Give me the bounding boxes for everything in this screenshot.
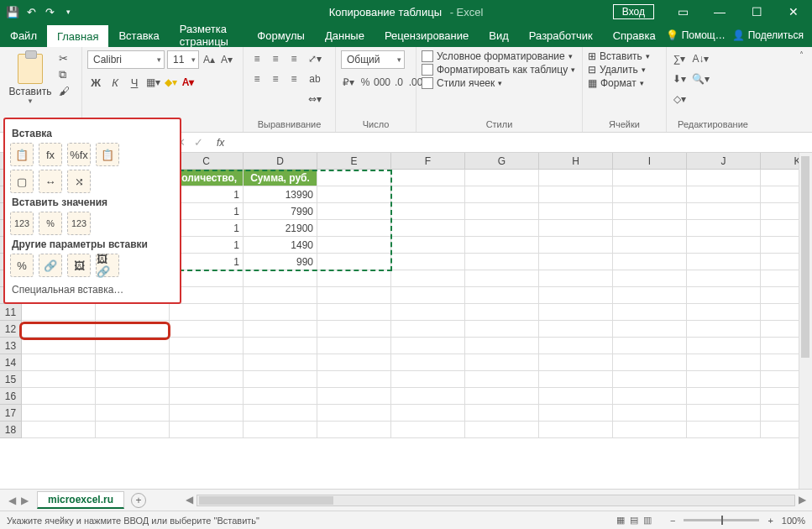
ribbon-display-icon[interactable]: ▭ [664,0,701,24]
minimize-icon[interactable]: — [701,0,738,24]
tab-formulas[interactable]: Формулы [247,24,315,47]
cell[interactable]: 21900 [244,220,317,237]
row-header[interactable]: 12 [0,321,22,338]
currency-icon[interactable]: ₽▾ [341,74,356,91]
cell[interactable] [687,422,761,438]
align-top-icon[interactable]: ≡ [249,50,265,67]
cell[interactable]: Сумма, руб. [244,170,317,186]
cell[interactable] [465,354,539,371]
close-icon[interactable]: ✕ [775,0,812,24]
cell[interactable] [317,354,391,371]
cell[interactable]: 7990 [244,203,317,220]
cell[interactable] [170,338,244,354]
font-size-select[interactable]: 11 [167,50,199,69]
cell[interactable] [539,304,613,321]
enter-formula-icon[interactable]: ✓ [194,136,203,149]
column-header[interactable]: H [539,153,613,170]
merge-icon[interactable]: ⇔▾ [307,91,322,107]
cell[interactable] [613,170,687,186]
italic-icon[interactable]: К [107,74,123,91]
percent-icon[interactable]: % [358,74,373,91]
align-left-icon[interactable]: ≡ [249,71,265,87]
maximize-icon[interactable]: ☐ [738,0,775,24]
page-break-icon[interactable]: ▥ [643,515,652,526]
cell[interactable] [539,203,613,220]
hscroll-thumb[interactable] [199,496,333,505]
cell[interactable] [687,405,761,422]
cell[interactable] [170,304,244,321]
cell[interactable] [96,371,170,388]
cell[interactable] [465,287,539,304]
cell[interactable] [465,237,539,254]
cell[interactable] [96,354,170,371]
normal-view-icon[interactable]: ▦ [616,515,625,526]
cell[interactable] [391,254,465,270]
cell[interactable] [244,405,317,422]
cell[interactable] [391,388,465,405]
row-header[interactable]: 13 [0,338,22,354]
copy-icon[interactable]: ⧉ [59,68,70,81]
tab-file[interactable]: Файл [0,24,47,47]
cell[interactable] [170,422,244,438]
column-header[interactable]: F [391,153,465,170]
cell[interactable] [317,321,391,338]
cell[interactable] [96,338,170,354]
conditional-formatting-button[interactable]: Условное форматирование▾ [422,50,577,62]
paste-formatting-icon[interactable]: % [10,254,34,277]
cell[interactable] [539,170,613,186]
column-header[interactable]: I [613,153,687,170]
cell[interactable] [687,304,761,321]
row-header[interactable]: 16 [0,388,22,405]
cell[interactable] [170,371,244,388]
column-header[interactable]: D [244,153,317,170]
cell[interactable] [613,220,687,237]
align-right-icon[interactable]: ≡ [286,71,302,87]
cell[interactable] [687,203,761,220]
cell[interactable] [465,270,539,287]
cell[interactable] [613,422,687,438]
cell[interactable] [687,321,761,338]
tab-insert[interactable]: Вставка [108,24,169,47]
cell[interactable] [613,338,687,354]
cell[interactable] [539,388,613,405]
fx-icon[interactable]: fx [217,137,224,149]
paste-values-icon[interactable]: 123 [10,212,34,235]
cell[interactable] [613,203,687,220]
row-header[interactable]: 17 [0,405,22,422]
cell[interactable] [22,321,96,338]
orientation-icon[interactable]: ⤢▾ [307,50,322,67]
paste-formulas-number-icon[interactable]: %fx [67,143,91,166]
underline-icon[interactable]: Ч [126,74,143,91]
cell[interactable] [613,304,687,321]
cell[interactable] [465,422,539,438]
cell[interactable] [317,170,391,186]
cell[interactable] [22,422,96,438]
align-middle-icon[interactable]: ≡ [267,50,284,67]
paste-values-source-icon[interactable]: 123 [67,212,91,235]
font-name-select[interactable]: Calibri [87,50,165,69]
cell[interactable] [539,371,613,388]
cell[interactable] [22,405,96,422]
number-format-select[interactable]: Общий [341,50,405,69]
cell[interactable] [687,170,761,186]
cell[interactable] [465,220,539,237]
format-as-table-button[interactable]: Форматировать как таблицу▾ [422,64,577,76]
font-color-icon[interactable]: A▾ [181,74,196,91]
cell[interactable] [170,405,244,422]
cell[interactable] [244,304,317,321]
cell[interactable]: 13990 [244,186,317,203]
cell[interactable] [391,405,465,422]
cell[interactable] [539,287,613,304]
delete-cells-button[interactable]: ⊟Удалить▾ [588,64,661,76]
tab-page-layout[interactable]: Разметка страницы [170,24,248,47]
cell[interactable] [465,203,539,220]
horizontal-scrollbar[interactable]: ◀ ▶ [196,495,795,506]
cell[interactable] [22,354,96,371]
cell[interactable] [317,405,391,422]
paste-special-button[interactable]: Специальная вставка… [10,280,175,299]
cell[interactable] [391,321,465,338]
cell[interactable] [613,405,687,422]
align-center-icon[interactable]: ≡ [267,71,284,87]
cell[interactable] [613,186,687,203]
cell[interactable] [687,270,761,287]
